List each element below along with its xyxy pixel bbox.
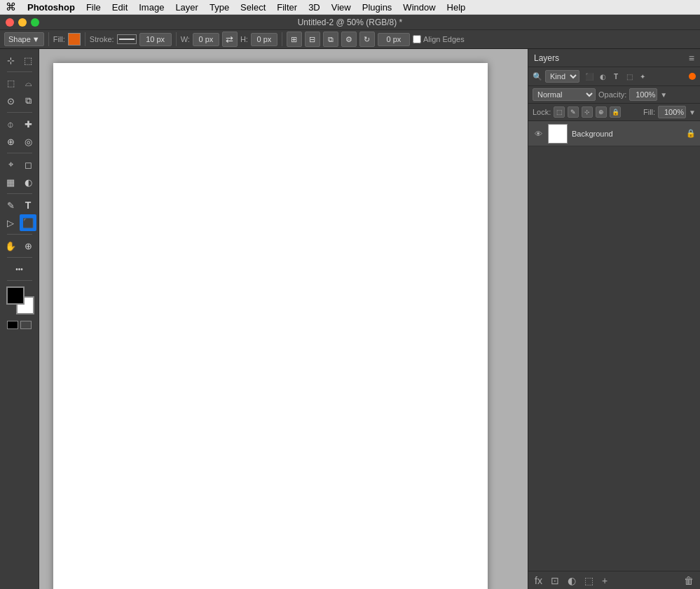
history-tool[interactable]: ◎: [20, 133, 36, 150]
arrange-btn[interactable]: ⧉: [323, 32, 338, 47]
lock-pixels-btn[interactable]: ⬚: [554, 106, 565, 118]
smart-filter-btn[interactable]: ✦: [637, 71, 648, 82]
lasso-tool[interactable]: ⌓: [20, 75, 36, 92]
tool-row-hand: ✋ ⊕: [2, 237, 36, 254]
shape-filter-btn[interactable]: ⬚: [624, 71, 635, 82]
menu-help[interactable]: Help: [441, 2, 472, 13]
menu-file[interactable]: File: [81, 2, 107, 13]
layer-mask-btn[interactable]: ⊡: [549, 575, 561, 586]
menu-window[interactable]: Window: [397, 2, 441, 13]
lock-move-btn[interactable]: ⊹: [582, 106, 593, 118]
menu-plugins[interactable]: Plugins: [357, 2, 398, 13]
menu-3d[interactable]: 3D: [303, 2, 326, 13]
zoom-tool[interactable]: ⊕: [20, 237, 36, 254]
quick-mask-icon[interactable]: [7, 321, 18, 329]
opacity-label: Opacity:: [598, 90, 626, 99]
pixel-filter-btn[interactable]: ⬛: [584, 71, 595, 82]
layer-delete-btn[interactable]: 🗑: [682, 575, 696, 586]
menu-type[interactable]: Type: [204, 2, 235, 13]
filter-dot: [689, 73, 696, 80]
more-tools-btn[interactable]: •••: [11, 261, 28, 277]
shape-tool[interactable]: ⬛: [20, 214, 36, 231]
stroke-width-input[interactable]: 10 px: [139, 33, 172, 46]
title-bar: Untitled-2 @ 50% (RGB/8) *: [0, 15, 700, 29]
stamp-tool[interactable]: ⊕: [2, 133, 19, 150]
lock-position-btn[interactable]: ✎: [568, 106, 579, 118]
type-filter-btn[interactable]: T: [610, 71, 622, 82]
minimize-button[interactable]: [18, 18, 27, 27]
menu-view[interactable]: View: [326, 2, 357, 13]
stroke-line: [119, 39, 135, 40]
distribute-btn[interactable]: ⊟: [305, 32, 320, 47]
layer-adjustment-btn[interactable]: ◐: [565, 575, 578, 586]
eraser-tool[interactable]: ◻: [20, 156, 36, 173]
lock-artboard-btn[interactable]: ⊕: [596, 106, 607, 118]
brush-tool[interactable]: ⌖: [2, 156, 19, 173]
layer-new-btn[interactable]: +: [600, 575, 610, 586]
shape-label: Shape: [8, 35, 31, 43]
tool-sep-4: [7, 193, 32, 194]
layers-list: 👁 Background 🔒: [528, 121, 700, 571]
crop-tool[interactable]: ⧉: [20, 92, 36, 109]
app-name[interactable]: Photoshop: [22, 2, 81, 13]
divider-2: [85, 32, 85, 46]
layer-lock-icon: 🔒: [686, 129, 696, 138]
constrain-proportions-btn[interactable]: ⇄: [222, 32, 238, 47]
marquee-tool[interactable]: ⬚: [2, 75, 19, 92]
shape-dropdown-icon: ▼: [32, 35, 40, 43]
shape-mode-btn[interactable]: Shape ▼: [4, 32, 44, 46]
align-edges-checkbox[interactable]: [413, 35, 421, 43]
layer-visibility-btn[interactable]: 👁: [533, 128, 544, 139]
hand-tool[interactable]: ✋: [2, 237, 19, 254]
tool-row-stamp: ⊕ ◎: [2, 133, 36, 150]
align-btn[interactable]: ⊞: [287, 32, 302, 47]
fill-input[interactable]: [658, 106, 686, 118]
height-input[interactable]: [251, 33, 277, 46]
width-input[interactable]: [193, 33, 219, 46]
lock-all-btn[interactable]: 🔒: [610, 106, 621, 118]
screen-mode-icon[interactable]: [20, 321, 32, 329]
settings-btn[interactable]: ⚙: [341, 32, 357, 47]
artboard-tool[interactable]: ⬚: [20, 52, 36, 69]
filter-toggle[interactable]: [689, 73, 696, 80]
layers-panel: Layers ≡ 🔍 Kind ⬛ ◐ T ⬚ ✦: [528, 49, 700, 589]
tool-row-move: ⊹ ⬚: [2, 52, 36, 69]
maximize-button[interactable]: [31, 18, 39, 27]
transform-btn[interactable]: ↻: [359, 32, 375, 47]
menu-layer[interactable]: Layer: [170, 2, 204, 13]
tool-sep-6: [7, 257, 32, 258]
menu-select[interactable]: Select: [235, 2, 271, 13]
divider-1: [48, 32, 49, 46]
layer-item[interactable]: 👁 Background 🔒: [528, 121, 700, 146]
menu-edit[interactable]: Edit: [107, 2, 133, 13]
path-select-tool[interactable]: ▷: [2, 214, 19, 231]
radius-input[interactable]: [378, 33, 410, 46]
fill-swatch[interactable]: [68, 33, 81, 46]
menu-filter[interactable]: Filter: [271, 2, 303, 13]
w-label: W:: [181, 35, 190, 43]
layers-panel-menu-btn[interactable]: ≡: [689, 53, 694, 64]
kind-select[interactable]: Kind: [545, 70, 579, 83]
close-button[interactable]: [6, 18, 14, 27]
quick-select-tool[interactable]: ⊙: [2, 92, 19, 109]
blend-mode-select[interactable]: Normal Multiply Screen Overlay: [533, 88, 596, 101]
tool-sep-2: [7, 112, 32, 113]
options-bar: Shape ▼ Fill: Stroke: 10 px W: ⇄ H: ⊞ ⊟ …: [0, 30, 700, 49]
layer-group-btn[interactable]: ⬚: [582, 575, 596, 586]
tool-row-brush: ⌖ ◻: [2, 156, 36, 173]
apple-menu[interactable]: ⌘: [0, 1, 22, 13]
blur-tool[interactable]: ◐: [20, 174, 36, 190]
eyedropper-tool[interactable]: ⌽: [2, 116, 19, 132]
menu-image[interactable]: Image: [133, 2, 170, 13]
move-tool[interactable]: ⊹: [2, 52, 19, 69]
gradient-tool[interactable]: ▦: [2, 174, 19, 190]
layer-fx-btn[interactable]: fx: [533, 575, 544, 586]
layer-name: Background: [572, 130, 682, 138]
foreground-color-swatch[interactable]: [6, 286, 25, 305]
adjustment-filter-btn[interactable]: ◐: [597, 71, 608, 82]
healing-tool[interactable]: ✚: [20, 116, 36, 132]
opacity-input[interactable]: [629, 88, 657, 101]
text-tool[interactable]: T: [20, 197, 36, 214]
stroke-preview[interactable]: [117, 34, 137, 44]
pen-tool[interactable]: ✎: [2, 197, 19, 214]
